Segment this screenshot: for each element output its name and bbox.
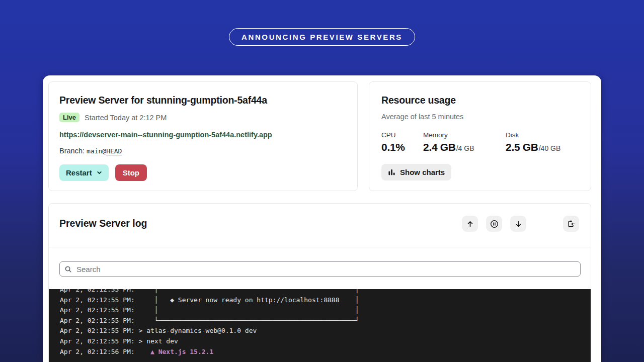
pause-circle-icon [490,220,499,228]
branch-ref-link[interactable]: HEAD [106,147,122,155]
metric-memory-label: Memory [423,131,506,139]
log-divider [49,247,591,247]
announcement-pill[interactable]: ANNOUNCING PREVIEW SERVERS [229,28,415,46]
metric-disk: Disk 2.5 GB /40 GB [506,131,560,153]
log-line-accent: ▲ Next.js 15.2.1 [150,348,213,355]
log-line: Apr 2, 02:12:55 PM: > next dev [60,336,591,347]
status-row: Live Started Today at 2:12 PM [59,113,347,122]
resource-usage-title: Resource usage [381,95,579,106]
metric-memory: Memory 2.4 GB /4 GB [423,131,506,153]
scroll-to-bottom-button[interactable] [510,216,526,232]
preview-server-panel: Preview Server for stunning-gumption-5af… [48,81,358,191]
copy-log-button[interactable] [563,216,579,232]
metric-cpu-label: CPU [381,131,423,139]
log-line: Apr 2, 02:12:55 PM: └───────────────────… [60,316,591,326]
log-search-input[interactable] [75,264,576,274]
log-toolbar [462,216,579,232]
terminal-log-content: Apr 2, 02:12:55 PM: │ │Apr 2, 02:12:55 P… [60,289,591,357]
show-charts-label: Show charts [400,168,445,176]
restart-button[interactable]: Restart [59,164,109,181]
top-row: Preview Server for stunning-gumption-5af… [48,81,591,191]
actions-row: Restart Stop [59,164,347,181]
log-line: Apr 2, 02:12:55 PM: │ ◆ Server now ready… [60,295,591,306]
terminal-log[interactable]: Apr 2, 02:12:55 PM: │ │Apr 2, 02:12:55 P… [49,289,591,362]
stop-label: Stop [123,168,139,177]
metric-cpu-value: 0.1% [381,141,405,153]
arrow-up-icon [466,220,474,228]
scroll-to-top-button[interactable] [462,216,478,232]
metric-cpu: CPU 0.1% [381,131,423,153]
preview-url-link[interactable]: https://devserver-main--stunning-gumptio… [59,131,347,139]
search-icon [64,265,72,273]
chevron-down-icon [97,170,102,175]
show-charts-button[interactable]: Show charts [381,164,451,180]
clipboard-copy-icon [567,220,575,228]
metric-memory-total: /4 GB [456,144,474,152]
log-search-box[interactable] [59,261,581,277]
announcement-label: ANNOUNCING PREVIEW SERVERS [242,33,403,41]
resource-usage-subtitle: Average of last 5 minutes [381,113,579,121]
log-line: Apr 2, 02:12:56 PM: ▲ Next.js 15.2.1 [60,347,591,357]
log-title: Preview Server log [59,218,147,229]
branch-label: Branch: [59,147,87,155]
started-text: Started Today at 2:12 PM [85,114,167,122]
metric-memory-value: 2.4 GB [423,141,456,153]
metric-disk-label: Disk [506,131,560,139]
preview-server-title: Preview Server for stunning-gumption-5af… [59,95,347,106]
metrics-row: CPU 0.1% Memory 2.4 GB /4 GB Disk 2.5 GB [381,131,579,153]
arrow-down-icon [515,220,522,228]
pause-autoscroll-button[interactable] [486,216,502,232]
stop-button[interactable]: Stop [115,164,147,181]
branch-row: Branch: main@HEAD [59,147,347,155]
restart-label: Restart [66,168,92,177]
resource-usage-panel: Resource usage Average of last 5 minutes… [369,81,591,191]
metric-disk-value: 2.5 GB [506,141,538,153]
metric-disk-total: /40 GB [539,144,561,152]
status-badge: Live [59,113,79,122]
log-line: Apr 2, 02:12:55 PM: > atlas-dynamics-web… [60,326,591,336]
branch-name: main@ [87,147,106,155]
main-card: Preview Server for stunning-gumption-5af… [43,75,601,362]
log-line: Apr 2, 02:12:55 PM: │ │ [60,305,591,316]
log-line: Apr 2, 02:12:55 PM: │ │ [60,289,591,295]
bar-chart-icon [388,168,395,176]
preview-server-log-panel: Preview Server log [48,203,591,362]
